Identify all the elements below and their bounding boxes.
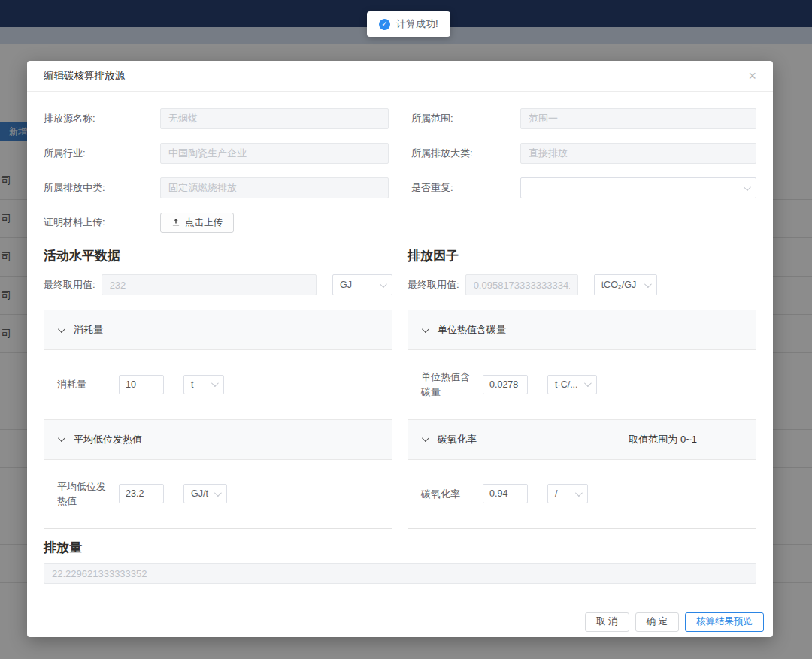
oxidation-rate-field-label: 碳氧化率 — [421, 487, 475, 502]
duplicate-label: 是否重复: — [411, 181, 520, 195]
heat-value-input[interactable] — [119, 484, 164, 503]
dialog-footer: 取 消 确 定 核算结果预览 — [27, 609, 773, 637]
chevron-down-icon — [584, 379, 592, 387]
activity-data-heading: 活动水平数据 — [44, 247, 392, 265]
emission-factor-column: 排放因子 最终取用值: tCO₂/GJ 单位热值含碳量 单位热值含碳 — [408, 233, 756, 529]
oxidation-rate-unit-value: / — [555, 488, 557, 499]
emission-amount-input — [44, 563, 756, 584]
form-row-upload: 证明材料上传: 点击上传 — [44, 212, 756, 233]
consumption-unit-value: t — [191, 379, 193, 390]
close-icon[interactable]: × — [748, 69, 756, 83]
heat-value-collapse-header[interactable]: 平均低位发热值 — [44, 420, 392, 459]
factor-panel: 单位热值含碳量 单位热值含碳量 t-C/... 碳氧化率 取值范围为 0~1 — [408, 310, 756, 529]
consumption-input[interactable] — [119, 375, 164, 394]
activity-panel: 消耗量 消耗量 t 平均低位发热值 — [44, 310, 392, 529]
carbon-content-body: 单位热值含碳量 t-C/... — [408, 349, 756, 420]
collapse-arrow-icon — [422, 434, 429, 442]
upload-button-label: 点击上传 — [185, 216, 223, 229]
cancel-button[interactable]: 取 消 — [585, 612, 629, 632]
collapse-arrow-icon — [58, 434, 65, 442]
chevron-down-icon — [211, 379, 219, 387]
activity-unit-value: GJ — [340, 280, 352, 290]
emission-amount-heading: 排放量 — [44, 539, 756, 556]
result-preview-button[interactable]: 核算结果预览 — [685, 612, 764, 632]
dialog-body: 排放源名称: 所属范围: 所属行业: 所属排放大类: 所属排放中类: 是否重复: — [27, 108, 773, 584]
form-row-duplicate: 是否重复: — [411, 177, 756, 198]
upload-label: 证明材料上传: — [44, 216, 160, 229]
oxidation-rate-unit-select[interactable]: / — [547, 484, 588, 503]
oxidation-rate-title: 碳氧化率 — [438, 433, 477, 446]
major-category-label: 所属排放大类: — [411, 147, 520, 160]
heat-value-field-label: 平均低位发热值 — [57, 479, 111, 509]
upload-button[interactable]: 点击上传 — [160, 213, 234, 233]
edit-emission-source-dialog: 编辑碳核算排放源 × 排放源名称: 所属范围: 所属行业: 所属排放大类: 所属… — [27, 61, 773, 637]
industry-label: 所属行业: — [44, 147, 160, 160]
oxidation-rate-collapse-header[interactable]: 碳氧化率 取值范围为 0~1 — [408, 420, 756, 459]
activity-final-row: 最终取用值: GJ — [44, 274, 392, 295]
form-row-source-name: 排放源名称: — [44, 108, 389, 129]
collapse-arrow-icon — [58, 325, 65, 333]
heat-value-unit-value: GJ/t — [191, 488, 208, 499]
form-row-major-category: 所属排放大类: — [411, 143, 756, 164]
factor-final-input — [465, 274, 578, 295]
heat-value-body: 平均低位发热值 GJ/t — [44, 459, 392, 529]
activity-unit-select[interactable]: GJ — [332, 274, 392, 295]
chevron-down-icon — [380, 280, 387, 288]
emission-factor-heading: 排放因子 — [408, 247, 756, 265]
carbon-content-unit-select[interactable]: t-C/... — [547, 375, 597, 394]
factor-final-row: 最终取用值: tCO₂/GJ — [408, 274, 756, 295]
dialog-header: 编辑碳核算排放源 × — [27, 61, 773, 92]
factor-unit-select[interactable]: tCO₂/GJ — [594, 274, 657, 295]
factor-final-label: 最终取用值: — [408, 278, 459, 292]
consumption-collapse-header[interactable]: 消耗量 — [44, 310, 392, 349]
mid-category-input — [160, 177, 389, 198]
dialog-title: 编辑碳核算排放源 — [44, 69, 125, 83]
oxidation-rate-hint: 取值范围为 0~1 — [629, 433, 697, 446]
oxidation-rate-input[interactable] — [483, 484, 528, 503]
oxidation-rate-body: 碳氧化率 / — [408, 459, 756, 529]
carbon-content-field-label: 单位热值含碳量 — [421, 370, 475, 399]
chevron-down-icon — [214, 489, 222, 497]
consumption-field-label: 消耗量 — [57, 377, 111, 392]
activity-final-input — [102, 274, 317, 295]
collapse-arrow-icon — [422, 325, 429, 333]
toast-message: 计算成功! — [396, 17, 438, 31]
carbon-content-collapse-header[interactable]: 单位热值含碳量 — [408, 310, 756, 349]
basic-info-form: 排放源名称: 所属范围: 所属行业: 所属排放大类: 所属排放中类: 是否重复: — [44, 108, 756, 198]
data-sections: 活动水平数据 最终取用值: GJ 消耗量 消耗量 — [44, 233, 756, 529]
carbon-content-unit-value: t-C/... — [555, 379, 578, 390]
heat-value-title: 平均低位发热值 — [74, 433, 142, 446]
form-row-industry: 所属行业: — [44, 143, 389, 164]
source-name-input — [160, 108, 389, 129]
form-row-scope: 所属范围: — [411, 108, 756, 129]
consumption-unit-select[interactable]: t — [183, 375, 224, 394]
heat-value-unit-select[interactable]: GJ/t — [183, 484, 227, 503]
success-check-icon: ✓ — [379, 19, 390, 30]
consumption-body: 消耗量 t — [44, 349, 392, 420]
duplicate-select[interactable] — [520, 177, 756, 198]
scope-input — [520, 108, 756, 129]
consumption-title: 消耗量 — [74, 323, 103, 337]
carbon-content-title: 单位热值含碳量 — [438, 323, 506, 337]
source-name-label: 排放源名称: — [44, 112, 160, 125]
upload-icon — [171, 218, 180, 227]
carbon-content-input[interactable] — [483, 375, 528, 394]
form-row-mid-category: 所属排放中类: — [44, 177, 389, 198]
industry-input — [160, 143, 389, 164]
major-category-input — [520, 143, 756, 164]
factor-unit-value: tCO₂/GJ — [601, 280, 637, 290]
scope-label: 所属范围: — [411, 112, 520, 125]
confirm-button[interactable]: 确 定 — [635, 612, 679, 632]
toast-notification: ✓ 计算成功! — [367, 11, 450, 37]
chevron-down-icon — [644, 280, 652, 288]
chevron-down-icon — [575, 489, 583, 497]
chevron-down-icon — [744, 183, 751, 191]
activity-data-column: 活动水平数据 最终取用值: GJ 消耗量 消耗量 — [44, 233, 392, 529]
activity-final-label: 最终取用值: — [44, 278, 95, 292]
mid-category-label: 所属排放中类: — [44, 181, 160, 195]
